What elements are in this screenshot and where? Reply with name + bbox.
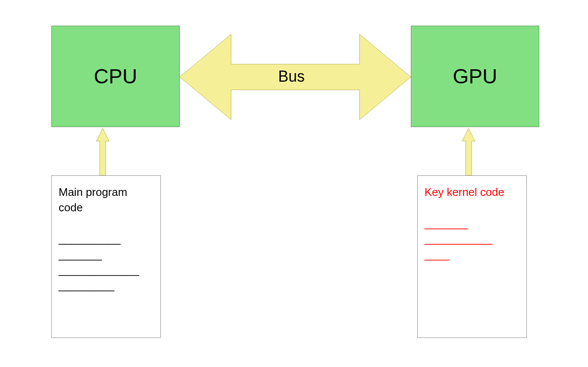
svg-marker-2 [462, 128, 475, 175]
main-program-line: _____________ [59, 262, 154, 278]
kernel-line: _______ [425, 216, 520, 231]
main-program-line: _______ [59, 247, 154, 262]
kernel-line: ___________ [425, 231, 520, 246]
main-program-line: __________ [59, 231, 154, 246]
kernel-code-box: Key kernel code _______ ___________ ____ [417, 175, 527, 338]
kernel-title: Key kernel code [425, 184, 520, 200]
main-program-title: Main program code [59, 184, 154, 216]
kernel-line: ____ [425, 247, 520, 262]
main-program-line: _________ [59, 278, 154, 293]
main-program-box: Main program code __________ _______ ___… [51, 175, 161, 338]
